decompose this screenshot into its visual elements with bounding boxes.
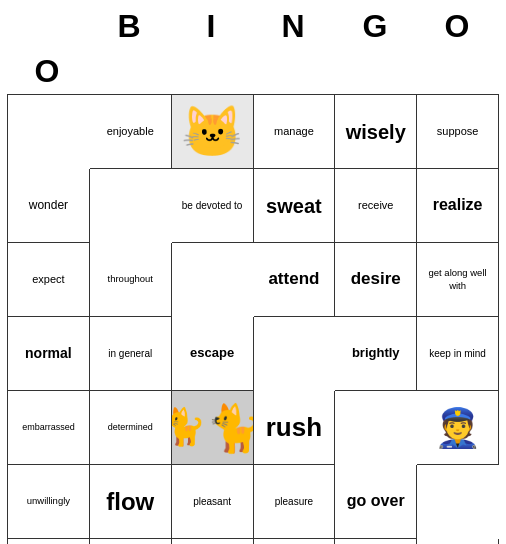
cell-4-2: flow <box>90 465 172 539</box>
cell-3-3: determined <box>90 391 172 465</box>
cell-5-0: stage <box>8 539 90 544</box>
cell-3-4-cat: 🐈 <box>172 391 254 465</box>
row-label-3 <box>254 317 336 391</box>
cell-3-5: rush <box>254 391 336 465</box>
cell-2-0: attend <box>254 243 336 317</box>
cell-2-1: desire <box>335 243 417 317</box>
row-label-5 <box>417 465 499 539</box>
bingo-header: B I N G O O <box>7 4 499 94</box>
cell-4-5: go over <box>335 465 417 539</box>
cell-2-5: escape <box>172 317 254 391</box>
row-label-4 <box>335 391 417 465</box>
cell-0-1-cat: 🐱 <box>172 95 254 169</box>
header-o2: O <box>7 49 89 94</box>
header-n: N <box>253 4 335 49</box>
row-label-2 <box>172 243 254 317</box>
cell-1-0: be devoted to <box>172 169 254 243</box>
header-g: G <box>335 4 417 49</box>
cell-0-2: manage <box>254 95 336 169</box>
cell-4-0-police: 👮 <box>417 391 499 465</box>
bingo-board: B I N G O O enjoyable 🐱 manage wisely su… <box>3 0 503 544</box>
cell-0-5: wonder <box>8 169 90 243</box>
cell-0-3: wisely <box>335 95 417 169</box>
cell-4-1: unwillingly <box>8 465 90 539</box>
cell-0-0: enjoyable <box>90 95 172 169</box>
bingo-grid: enjoyable 🐱 manage wisely suppose wonder… <box>7 94 499 544</box>
cell-2-3: normal <box>8 317 90 391</box>
cell-5-4: no longer <box>335 539 417 544</box>
cell-2-2: get along well with <box>417 243 499 317</box>
cell-4-3: pleasant <box>172 465 254 539</box>
cell-5-5-dog: 🐕 <box>417 539 499 544</box>
cell-2-4: in general <box>90 317 172 391</box>
header-o1: O <box>417 4 499 49</box>
header-empty <box>7 4 89 49</box>
cell-4-4: pleasure <box>254 465 336 539</box>
cell-1-5: throughout <box>90 243 172 317</box>
cell-1-2: receive <box>335 169 417 243</box>
cell-5-3-panda: 🐼 <box>254 539 336 544</box>
cell-1-4: expect <box>8 243 90 317</box>
cell-0-4: suppose <box>417 95 499 169</box>
cell-3-2: embarrassed <box>8 391 90 465</box>
cell-3-1: keep in mind <box>417 317 499 391</box>
row-label-1 <box>90 169 172 243</box>
cell-3-0: brightly <box>335 317 417 391</box>
header-i: I <box>171 4 253 49</box>
cell-1-3: realize <box>417 169 499 243</box>
cell-1-1: sweat <box>254 169 336 243</box>
cell-5-1: disappearance <box>90 539 172 544</box>
header-b: B <box>89 4 171 49</box>
cell-5-2-empty <box>172 539 254 544</box>
